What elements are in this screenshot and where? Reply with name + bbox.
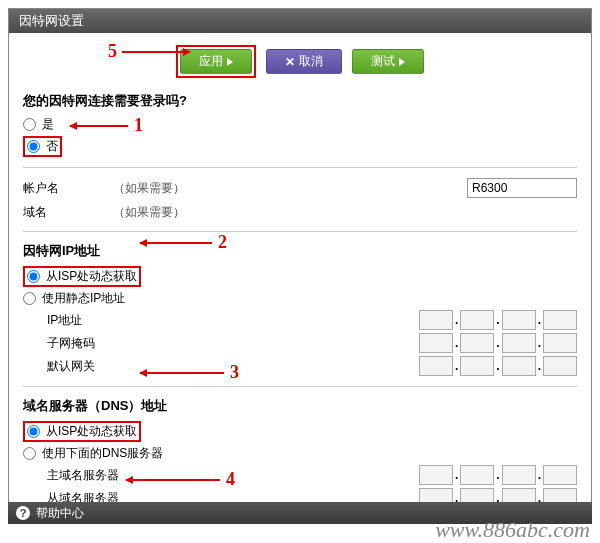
ip-section-title: 因特网IP地址 [23, 242, 577, 260]
dns-dyn-row[interactable]: 从ISP处动态获取 [27, 423, 137, 440]
radio-yes-label: 是 [42, 116, 54, 133]
help-label: 帮助中心 [36, 505, 84, 522]
divider [23, 386, 577, 387]
dns-manual-label: 使用下面的DNS服务器 [42, 445, 163, 462]
ip-static-row[interactable]: 使用静态IP地址 [23, 290, 577, 307]
annotation-5: 5 [108, 41, 117, 62]
play-icon [227, 58, 233, 66]
login-question: 您的因特网连接需要登录吗? [23, 92, 577, 110]
annotation-2: 2 [218, 232, 227, 253]
dns-radio-manual[interactable] [23, 447, 36, 460]
account-row: 帐户名 （如果需要） [23, 178, 577, 198]
annotation-box-1: 否 [23, 136, 62, 157]
annotation-4: 4 [226, 469, 235, 490]
annotation-arrow-3 [140, 372, 224, 374]
dns-primary-row: 主域名服务器 ... [23, 465, 577, 485]
radio-no-label: 否 [46, 138, 58, 155]
subnet-label: 子网掩码 [23, 335, 133, 352]
settings-panel: 因特网设置 应用 ✕ 取消 测试 您的因特网连接需要登录吗? 是 否 [8, 8, 592, 524]
domain-row: 域名 （如果需要） [23, 204, 577, 221]
cancel-button[interactable]: ✕ 取消 [266, 49, 342, 74]
cancel-label: 取消 [299, 53, 323, 70]
domain-hint: （如果需要） [113, 204, 185, 221]
radio-no[interactable] [27, 140, 40, 153]
dns-manual-row[interactable]: 使用下面的DNS服务器 [23, 445, 577, 462]
watermark: www.886abc.com [435, 517, 590, 543]
dns-primary-input[interactable]: ... [419, 465, 577, 485]
play-icon [399, 58, 405, 66]
panel-title: 因特网设置 [9, 9, 591, 33]
radio-yes[interactable] [23, 118, 36, 131]
ip-static-label: 使用静态IP地址 [42, 290, 125, 307]
annotation-box-2: 从ISP处动态获取 [23, 266, 141, 287]
dns-primary-label: 主域名服务器 [23, 467, 133, 484]
test-button[interactable]: 测试 [352, 49, 424, 74]
divider [23, 231, 577, 232]
domain-label: 域名 [23, 204, 113, 221]
ip-radio-dynamic[interactable] [27, 270, 40, 283]
dns-dyn-label: 从ISP处动态获取 [46, 423, 137, 440]
ip-dyn-row[interactable]: 从ISP处动态获取 [27, 268, 137, 285]
ip-address-row: IP地址 ... [23, 310, 577, 330]
annotation-arrow-2 [140, 242, 212, 244]
subnet-input[interactable]: ... [419, 333, 577, 353]
ip-dyn-label: 从ISP处动态获取 [46, 268, 137, 285]
subnet-row: 子网掩码 ... [23, 333, 577, 353]
annotation-arrow-4 [126, 479, 220, 481]
dns-section-title: 域名服务器（DNS）地址 [23, 397, 577, 415]
gateway-label: 默认网关 [23, 358, 133, 375]
account-hint: （如果需要） [113, 180, 185, 197]
action-buttons: 应用 ✕ 取消 测试 [9, 33, 591, 90]
annotation-arrow-5 [122, 51, 190, 53]
apply-label: 应用 [199, 53, 223, 70]
divider [23, 167, 577, 168]
annotation-arrow-1 [70, 125, 128, 127]
ip-address-input[interactable]: ... [419, 310, 577, 330]
annotation-box-3: 从ISP处动态获取 [23, 421, 141, 442]
gateway-row: 默认网关 ... [23, 356, 577, 376]
dns-radio-dynamic[interactable] [27, 425, 40, 438]
content-scroll[interactable]: 您的因特网连接需要登录吗? 是 否 帐户名 （如果需要） 域名 （如果需要） 因… [9, 90, 591, 523]
radio-no-row[interactable]: 否 [27, 138, 58, 155]
gateway-input[interactable]: ... [419, 356, 577, 376]
ip-address-label: IP地址 [23, 312, 133, 329]
annotation-3: 3 [230, 362, 239, 383]
x-icon: ✕ [285, 55, 295, 69]
help-icon: ? [16, 506, 30, 520]
ip-radio-static[interactable] [23, 292, 36, 305]
account-input[interactable] [467, 178, 577, 198]
account-label: 帐户名 [23, 180, 113, 197]
test-label: 测试 [371, 53, 395, 70]
annotation-1: 1 [134, 115, 143, 136]
